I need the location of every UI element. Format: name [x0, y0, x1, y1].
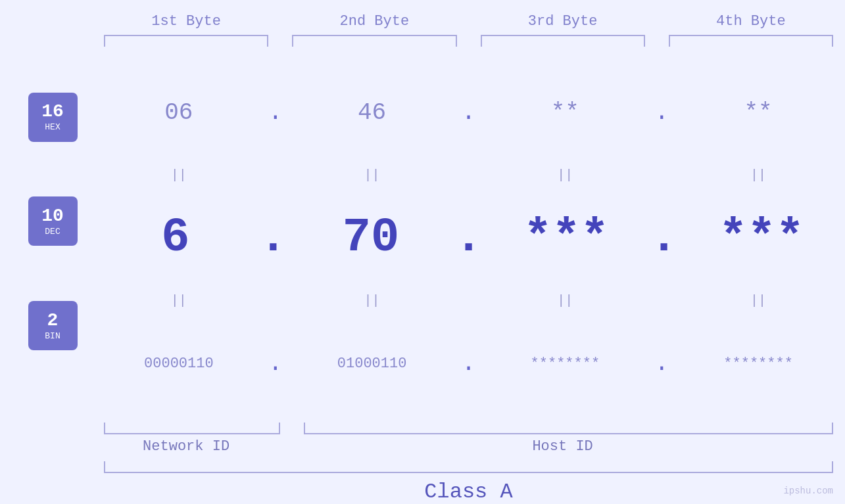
sep-dec-2: . [454, 211, 483, 265]
bin-row: 00000110 . 01000110 . ******** . *******… [92, 309, 845, 417]
bin-badge-num: 2 [47, 311, 59, 331]
main-grid: 16 HEX 10 DEC 2 BIN 06 . 46 . ** . ** [0, 58, 845, 417]
sep-bin-1: . [266, 350, 285, 377]
bin-badge: 2 BIN [28, 301, 78, 350]
sep-hex-2: . [459, 99, 479, 126]
dec-badge: 10 DEC [28, 196, 78, 246]
hex-val-3: ** [479, 99, 652, 126]
byte-header-2: 2nd Byte [280, 13, 468, 30]
watermark: ipshu.com [783, 486, 833, 496]
hex-val-4: ** [671, 99, 845, 126]
bin-val-3: ******** [479, 355, 652, 372]
main-container: 1st Byte 2nd Byte 3rd Byte 4th Byte 16 H… [0, 0, 845, 504]
dec-val-1: 6 [92, 211, 259, 265]
eq2-2: || [285, 293, 459, 308]
bracket-4 [669, 35, 833, 47]
class-label: Class A [92, 480, 845, 504]
hex-badge: 16 HEX [28, 93, 78, 142]
sep-dec-3: . [650, 211, 678, 265]
hex-val-2: 46 [285, 99, 459, 126]
bin-val-4: ******** [671, 355, 845, 372]
badges-column: 16 HEX 10 DEC 2 BIN [0, 58, 92, 417]
bracket-3 [481, 35, 645, 47]
sep-bin-2: . [459, 350, 479, 377]
eq2-4: || [671, 293, 845, 308]
eq2-3: || [479, 293, 652, 308]
eq-4: || [671, 168, 845, 183]
sep-dec-1: . [259, 211, 287, 265]
top-brackets [0, 35, 845, 47]
hex-row: 06 . 46 . ** . ** [92, 58, 845, 166]
class-bracket [104, 461, 833, 473]
eq-1: || [92, 168, 266, 183]
host-bracket [304, 423, 833, 434]
eq-3: || [479, 168, 652, 183]
bin-val-1: 00000110 [92, 355, 266, 372]
bottom-section: Network ID Host ID Class A [0, 423, 845, 504]
network-id-label: Network ID [92, 438, 280, 455]
dec-badge-num: 10 [41, 206, 64, 227]
byte-headers-row: 1st Byte 2nd Byte 3rd Byte 4th Byte [0, 13, 845, 30]
eq-2: || [285, 168, 459, 183]
sep-hex-1: . [266, 99, 285, 126]
bottom-bracket-row [92, 423, 845, 434]
values-grid: 06 . 46 . ** . ** || || || || 6 . [92, 58, 845, 417]
hex-badge-label: HEX [45, 122, 60, 132]
bracket-2 [292, 35, 456, 47]
net-bracket [104, 423, 280, 434]
bottom-labels-row: Network ID Host ID [92, 438, 845, 455]
dec-val-3: *** [483, 211, 650, 265]
bin-val-2: 01000110 [285, 355, 459, 372]
big-bracket-row [92, 461, 845, 473]
dec-badge-label: DEC [45, 227, 60, 237]
bin-badge-label: BIN [45, 331, 60, 341]
eq2-1: || [92, 293, 266, 308]
bracket-1 [104, 35, 268, 47]
byte-header-1: 1st Byte [92, 13, 280, 30]
sep-bin-3: . [652, 350, 671, 377]
byte-header-4: 4th Byte [657, 13, 845, 30]
sep-hex-3: . [652, 99, 671, 126]
byte-header-3: 3rd Byte [469, 13, 657, 30]
hex-badge-num: 16 [41, 102, 64, 122]
equals-row-1: || || || || [92, 166, 845, 184]
dec-val-4: *** [678, 211, 845, 265]
host-id-label: Host ID [280, 438, 845, 455]
equals-row-2: || || || || [92, 292, 845, 309]
dec-val-2: 70 [287, 211, 454, 265]
dec-row: 6 . 70 . *** . *** [92, 184, 845, 292]
hex-val-1: 06 [92, 99, 266, 126]
